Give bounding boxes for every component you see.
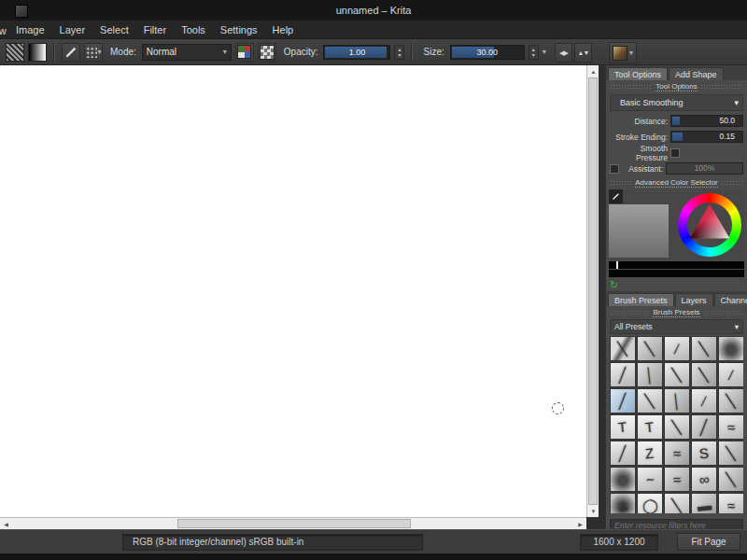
krita-window: unnamed – Krita View Image Layer Select …	[0, 0, 747, 560]
colorspace-status: RGB (8-bit integer/channel) sRGB built-i…	[122, 534, 423, 551]
brush-preset[interactable]: ╱	[691, 414, 717, 440]
tool-options-title[interactable]: Tool Options	[606, 80, 747, 92]
scroll-down-icon[interactable]: ▼	[587, 505, 599, 517]
zoom-mode-button[interactable]: Fit Page	[677, 533, 740, 551]
mirror-vertical-button[interactable]: ▲▼	[574, 43, 592, 63]
brush-preset[interactable]: ∕	[691, 388, 717, 413]
opacity-value: 1.00	[324, 46, 389, 59]
spin-down-icon[interactable]: ▾	[532, 52, 535, 58]
mirror-horizontal-button[interactable]: ◀▶	[555, 43, 572, 63]
brush-preset[interactable]: S	[691, 441, 717, 466]
tab-brush-presets[interactable]: Brush Presets	[608, 293, 674, 306]
blending-mode-select[interactable]: Normal ▾	[142, 44, 232, 61]
preserve-alpha-button[interactable]	[258, 43, 276, 62]
horizontal-scrollbar-thumb[interactable]	[177, 519, 411, 528]
scroll-up-icon[interactable]: ▲	[587, 65, 599, 77]
freehand-brush-button[interactable]	[62, 43, 80, 62]
brush-preset[interactable]	[718, 336, 743, 361]
brush-preset[interactable]: ∞	[691, 467, 717, 492]
brush-preset[interactable]: ≈	[718, 414, 743, 440]
brush-preset[interactable]: ╲	[664, 414, 690, 440]
hue-ring[interactable]	[678, 193, 741, 257]
chevron-down-icon[interactable]: ▾	[543, 49, 546, 56]
menu-item-filter[interactable]: Filter	[136, 21, 174, 38]
chevron-down-icon: ▾	[629, 49, 633, 57]
preset-filter-select[interactable]: All Presets ▾	[610, 319, 743, 334]
brush-preset[interactable]: T	[637, 414, 663, 440]
brush-preset-chooser-thumbnail[interactable]	[6, 43, 24, 62]
brush-preset[interactable]: ╲	[691, 362, 717, 387]
advanced-color-selector-title[interactable]: Advanced Color Selector	[606, 176, 747, 189]
brush-preset[interactable]: ╲	[664, 362, 690, 387]
brush-preset[interactable]: ~	[637, 467, 663, 492]
menu-item-image[interactable]: Image	[8, 21, 52, 38]
assistant-checkbox[interactable]	[610, 164, 619, 174]
opacity-spinner[interactable]: ▴ ▾	[394, 45, 404, 60]
brush-preset[interactable]: ╱	[610, 441, 636, 466]
shade-selector[interactable]	[609, 204, 669, 258]
workspace-chooser-button[interactable]: ▾	[609, 42, 637, 63]
brush-preset[interactable]: ╲	[610, 336, 636, 361]
tab-add-shape[interactable]: Add Shape	[669, 67, 724, 80]
distance-field[interactable]: 50.0	[670, 115, 743, 127]
menu-item-view-partial[interactable]: View	[0, 21, 8, 38]
tab-layers[interactable]: Layers	[675, 293, 713, 306]
brush-preset[interactable]: ╱	[610, 388, 636, 413]
brush-preset[interactable]: ∕	[664, 336, 690, 361]
size-slider[interactable]: 30.00	[450, 45, 525, 60]
stroke-ending-field[interactable]: 0.15	[670, 131, 743, 143]
brush-preset[interactable]	[610, 467, 636, 492]
value-strip-1[interactable]	[609, 261, 744, 269]
smooth-pressure-checkbox[interactable]	[670, 148, 680, 158]
brush-preset[interactable]: │	[664, 388, 690, 413]
spin-down-icon[interactable]: ▾	[398, 52, 401, 58]
preset-search-input[interactable]	[610, 519, 743, 529]
refresh-colors-icon[interactable]: ↻	[610, 280, 618, 290]
value-strip-indicator	[616, 261, 618, 269]
gradient-chooser-thumbnail[interactable]	[28, 43, 47, 62]
brush-preset[interactable]: ▬	[691, 493, 717, 513]
brush-preset[interactable]: ▲	[610, 493, 636, 513]
opacity-slider[interactable]: 1.00	[323, 45, 390, 60]
brush-preset[interactable]: ╱	[610, 362, 636, 387]
tab-channels[interactable]: Channels	[714, 293, 747, 306]
size-spinner[interactable]: ▴ ▾	[529, 45, 539, 60]
canvas[interactable]	[0, 65, 586, 517]
scroll-left-icon[interactable]: ◀	[0, 518, 12, 529]
menu-item-tools[interactable]: Tools	[174, 21, 213, 38]
brush-preset[interactable]: ≈	[718, 493, 743, 513]
brush-preset[interactable]: ╲	[718, 467, 743, 492]
vertical-scrollbar-thumb[interactable]	[588, 77, 598, 505]
menu-item-select[interactable]: Select	[92, 21, 136, 38]
vertical-scrollbar[interactable]: ▲ ▼	[586, 65, 599, 517]
brush-preset[interactable]: ╲	[718, 441, 743, 466]
menu-item-settings[interactable]: Settings	[213, 21, 265, 38]
brush-preset[interactable]: T	[610, 414, 636, 440]
brush-preset[interactable]: ╲	[637, 336, 663, 361]
brush-presets-title[interactable]: Brush Presets	[606, 306, 747, 318]
brush-preset[interactable]: ∕	[718, 362, 743, 387]
menu-item-layer[interactable]: Layer	[52, 21, 93, 38]
distance-label: Distance:	[610, 117, 668, 126]
advanced-color-selector[interactable]	[609, 189, 744, 260]
brush-preset[interactable]: Z	[637, 441, 663, 466]
brush-preset[interactable]: ╲	[691, 336, 717, 361]
brush-preset[interactable]: ≈	[664, 441, 690, 466]
brush-preset[interactable]: ≈	[664, 467, 690, 492]
pattern-chooser-button[interactable]: ▾	[84, 43, 103, 62]
chevron-down-icon: ▾	[735, 323, 739, 331]
value-strip-2[interactable]	[609, 270, 744, 277]
brush-preset[interactable]: ╲	[718, 388, 743, 413]
palette-button[interactable]	[235, 43, 254, 62]
brush-preset[interactable]: ◯	[637, 493, 663, 513]
assistant-value: 100%	[667, 163, 742, 174]
smoothing-type-select[interactable]: Basic Smoothing ▾	[610, 94, 743, 111]
scroll-right-icon[interactable]: ▶	[574, 518, 586, 529]
menu-item-help[interactable]: Help	[265, 21, 302, 38]
brush-preset[interactable]: ╲	[637, 388, 663, 413]
horizontal-scrollbar[interactable]: ◀ ▶	[0, 517, 586, 529]
brush-preset[interactable]: ╲	[664, 493, 690, 513]
tab-tool-options[interactable]: Tool Options	[608, 67, 668, 80]
brush-preset[interactable]: │	[637, 362, 663, 387]
color-selector-settings-button[interactable]	[609, 189, 623, 203]
